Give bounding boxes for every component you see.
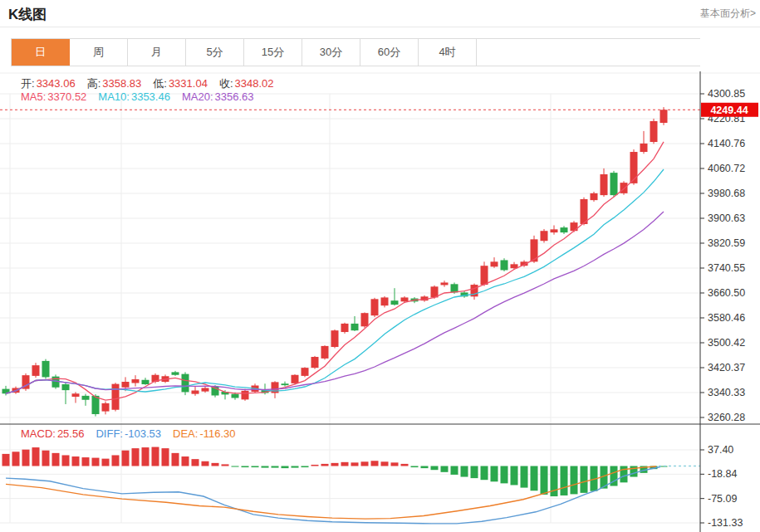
macd-bar [401,464,409,466]
price-axis-label: 3420.37 [708,362,745,373]
info-label: 收: [219,77,233,90]
macd-bar [282,466,289,469]
candle-body [371,299,379,315]
candle-body [292,375,299,383]
price-axis-label: 4300.85 [708,88,745,100]
tab-60分[interactable]: 60分 [360,39,419,66]
info-label: MA20: [182,90,213,103]
tab-5分[interactable]: 5分 [186,39,244,66]
ohlc-info-row: 开:3343.06高:3358.83低:3331.04收:3348.02 [21,76,286,91]
ma20-line [6,212,664,393]
tab-周[interactable]: 周 [70,39,128,66]
price-axis-label: 3900.63 [708,212,745,224]
macd-bar [341,462,349,466]
macd-bar [42,451,50,466]
info-value: 25.56 [57,427,85,440]
macd-bar [122,451,130,466]
candle-body [441,282,449,285]
candle-body [311,357,319,368]
macd-bar [212,463,219,466]
macd-bar [12,451,20,466]
candle-body [660,110,668,123]
macd-bar [182,456,189,466]
candle-body [202,388,209,391]
tab-30分[interactable]: 30分 [302,39,360,66]
info-value: 3358.83 [102,77,141,90]
macd-bar [541,466,548,495]
candle-body [331,330,339,347]
macd-bar [481,466,488,481]
macd-bar [471,466,478,479]
info-value: -116.30 [199,427,235,440]
candle-body [341,324,349,332]
info-label: DIFF: [96,427,123,440]
price-axis-label: 3820.59 [708,237,745,249]
macd-bar [511,466,518,486]
macd-bar [441,466,449,472]
macd-bar [381,461,389,466]
period-tabbar: 日周月5分15分30分60分4时 [11,38,700,66]
macd-bar [162,448,169,466]
chart-area[interactable]: 4300.854220.814140.764060.723980.683900.… [0,71,760,532]
macd-bar [112,455,120,466]
macd-bar [252,466,259,468]
macd-bar [82,457,90,466]
price-axis-label: 3580.46 [708,312,745,324]
current-price-tag-text: 4249.44 [710,105,748,116]
macd-bar [62,455,70,466]
ma5-line [6,142,664,400]
info-value: 3370.52 [47,90,86,103]
macd-bar [22,450,30,466]
fundamental-analysis-link[interactable]: 基本面分析> [700,7,756,21]
info-value: 3343.06 [37,77,76,90]
info-label: 高: [87,77,101,90]
macd-bar [351,462,359,466]
candle-body [32,365,40,376]
macd-bar [321,464,329,466]
candle-body [481,266,488,285]
page-title: K线图 [8,5,47,24]
macd-bar [361,461,369,466]
tab-15分[interactable]: 15分 [244,39,302,66]
candle-body [142,380,150,384]
info-label: 低: [153,77,167,90]
info-value: 3356.63 [215,90,254,103]
macd-bar [371,461,379,466]
tabbar-filler [477,39,700,66]
macd-axis-label: -131.33 [708,517,743,529]
candle-body [491,261,498,266]
macd-bar [202,461,209,466]
candle-body [591,193,598,200]
candle-body [610,173,618,195]
macd-bar [411,466,419,468]
macd-bar [461,466,468,477]
tab-4时[interactable]: 4时 [419,39,477,66]
macd-bar [72,456,80,466]
macd-bar [242,466,249,468]
price-axis-label: 3980.68 [708,188,745,199]
candle-body [62,384,70,390]
macd-bar [561,466,568,495]
candle-body [601,174,608,195]
candle-body [401,297,409,301]
title-separator [0,27,760,27]
candle-body [571,222,578,231]
tab-日[interactable]: 日 [12,39,70,66]
info-value: 3348.02 [235,77,274,90]
candle-body [132,379,140,383]
candle-body [182,374,189,393]
candle-body [541,231,548,241]
candle-body [112,384,120,410]
candle-body [630,152,638,183]
macd-bar [132,448,140,466]
info-value: 3331.04 [169,77,208,90]
macd-bar [521,466,528,488]
macd-info-row: MACD:25.56DIFF:-103.53DEA:-116.30 [21,427,248,440]
candle-body [122,382,130,388]
candle-body [82,396,90,400]
kline-chart-svg[interactable]: 4300.854220.814140.764060.723980.683900.… [0,71,760,532]
tab-月[interactable]: 月 [128,39,186,66]
macd-bar [391,462,399,466]
macd-bar [311,465,319,466]
macd-bar [142,447,150,466]
